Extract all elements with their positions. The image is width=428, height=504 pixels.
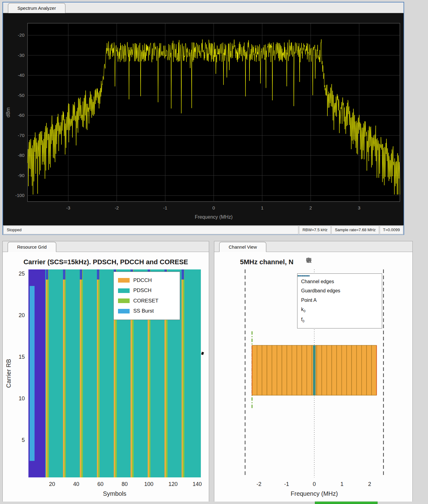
resource-grid-legend: PDCCHPDSCHCORESETSS Burst [113,272,180,320]
svg-text:-1: -1 [284,481,289,487]
svg-text:-1: -1 [163,205,167,210]
legend-item-ss-burst: SS Burst [118,308,175,314]
svg-text:Symbols: Symbols [103,490,127,497]
legend-item-f0: f0 [301,317,378,323]
legend-item-pdcch: PDCCH [118,277,175,284]
svg-text:Frequency (MHz): Frequency (MHz) [291,490,338,497]
svg-text:dBm: dBm [6,107,11,117]
svg-text:20: 20 [19,312,25,318]
svg-text:80: 80 [122,481,128,487]
legend-label: PDSCH [133,287,152,294]
svg-text:-90: -90 [18,173,24,178]
svg-text:-2: -2 [256,481,261,487]
tab-channel-view[interactable]: Channel View [219,242,266,252]
svg-text:1: 1 [341,481,344,487]
svg-text:Frequency (MHz): Frequency (MHz) [195,214,233,220]
spectrum-analyzer-window: Spectrum Analyzer -3-2-10123-20-30-40-50… [2,2,404,235]
svg-text:40: 40 [73,481,79,487]
resource-grid-tabbar: Resource Grid [3,241,209,252]
svg-text:-80: -80 [18,153,24,158]
legend-swatch [118,288,130,293]
svg-text:25: 25 [19,271,25,277]
svg-text:10: 10 [19,395,25,402]
legend-item-channel-edges: Channel edges [301,279,378,284]
legend-label: CORESET [133,298,158,304]
resource-grid-panel: Carrier (SCS=15kHz). PDSCH, PDCCH and CO… [3,252,209,502]
svg-text:1: 1 [261,205,263,210]
svg-text:-30: -30 [18,53,24,58]
svg-text:100: 100 [144,481,153,487]
legend-label: Point A [301,298,317,303]
svg-text:-2: -2 [115,205,119,210]
svg-text:-3: -3 [66,205,70,210]
svg-text:-60: -60 [18,113,24,118]
home-icon[interactable] [363,258,371,266]
svg-text:120: 120 [168,481,178,487]
tab-resource-grid[interactable]: Resource Grid [8,242,56,252]
zoom-in-icon[interactable] [344,258,352,266]
status-rbw: RBW=7.5 kHz [299,226,331,234]
legend-swatch [118,298,130,303]
resource-grid-window: Resource Grid Carrier (SCS=15kHz). PDSCH… [2,241,209,502]
svg-text:0: 0 [212,205,215,210]
cutoff-green-element [315,502,378,504]
svg-text:3: 3 [358,205,360,210]
svg-text:-50: -50 [18,93,24,98]
legend-label: f0 [301,317,304,323]
svg-text:15: 15 [19,354,25,360]
svg-text:-100: -100 [15,193,24,198]
svg-text:60: 60 [97,481,103,487]
legend-label: PDCCH [133,277,152,284]
legend-label: k0 [301,307,305,313]
legend-item-point-a: Point A [301,298,378,303]
spectrum-tabbar: Spectrum Analyzer [3,2,404,13]
legend-item-k0: k0 [301,307,378,313]
status-state: Stopped [3,226,298,234]
svg-text:2: 2 [309,205,312,210]
channel-view-window: Channel View 5MHz channel, N -2-1012Freq… [214,241,413,502]
legend-swatch [118,309,130,313]
resource-grid-title: Carrier (SCS=15kHz). PDSCH, PDCCH and CO… [3,258,209,266]
tab-spectrum-analyzer[interactable]: Spectrum Analyzer [8,3,65,13]
channel-view-tabbar: Channel View [214,241,412,252]
spectrum-plot-area: -3-2-10123-20-30-40-50-60-70-80-90-100Fr… [3,13,404,225]
datatips-icon[interactable] [315,258,324,266]
svg-text:Carrier RB: Carrier RB [5,359,12,388]
legend-label: SS Burst [133,308,154,314]
svg-text:-20: -20 [18,32,24,38]
legend-swatch [118,278,130,283]
legend-label: Guardband edges [301,288,340,294]
channel-view-title: 5MHz channel, N [240,258,293,266]
channel-view-legend: Channel edgesGuardband edgesPoint Ak0f0 [297,273,382,328]
pan-icon[interactable] [334,258,343,266]
svg-text:-70: -70 [18,133,24,138]
legend-line-sample [297,274,310,278]
channel-view-panel: 5MHz channel, N -2-1012Frequency (MHz) C… [214,252,412,502]
spectrum-statusbar: Stopped RBW=7.5 kHz Sample rate=7.68 MHz… [3,225,404,235]
svg-text:20: 20 [49,481,55,487]
status-time: T=0.0099 [380,226,403,234]
legend-item-coreset: CORESET [118,298,175,304]
legend-item-guardband-edges: Guardband edges [301,288,378,294]
svg-text:0: 0 [313,481,316,487]
zoom-out-icon[interactable] [353,258,362,266]
channel-axes-toolbar [305,257,372,266]
legend-label: Channel edges [301,279,334,284]
legend-item-pdsch: PDSCH [118,287,175,294]
svg-text:2: 2 [368,481,371,487]
svg-text:5: 5 [22,437,25,443]
spectrum-chart: -3-2-10123-20-30-40-50-60-70-80-90-100Fr… [3,13,404,225]
svg-text:-40: -40 [18,72,24,78]
status-sample-rate: Sample rate=7.68 MHz [331,226,379,234]
svg-text:140: 140 [193,481,202,487]
export-icon[interactable] [325,258,333,266]
